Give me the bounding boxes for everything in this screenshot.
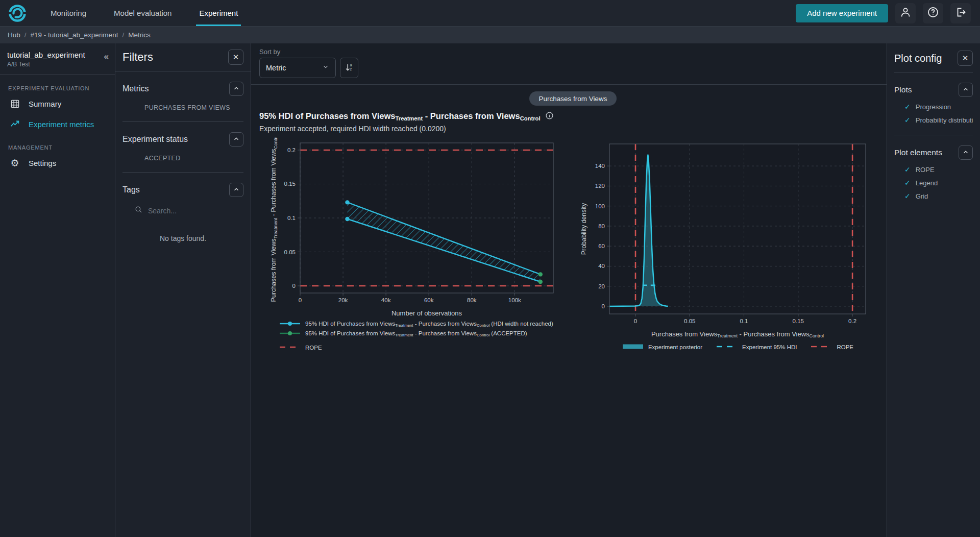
plots-collapse-button[interactable] [959, 83, 973, 97]
breadcrumb-experiment[interactable]: #19 - tutorial_ab_experiment [31, 31, 118, 39]
sort-by-dropdown[interactable]: Metric [259, 58, 336, 78]
toggle-rope[interactable]: ✓ ROPE [894, 163, 973, 176]
svg-text:40: 40 [598, 263, 605, 269]
legend-item: Experiment posterior [622, 343, 702, 351]
sidebar-collapse-icon[interactable]: « [104, 52, 109, 62]
table-icon [9, 99, 20, 109]
metrics-filter-heading: Metrics [122, 84, 149, 93]
question-icon [927, 6, 939, 20]
svg-text:100: 100 [595, 203, 605, 209]
plots-section-heading: Plots [894, 85, 912, 94]
svg-text:80k: 80k [467, 297, 477, 303]
tab-model-evaluation[interactable]: Model evaluation [111, 0, 175, 26]
toggle-label: Probability distribution [916, 116, 973, 124]
logout-icon [954, 6, 967, 20]
svg-text:0.15: 0.15 [284, 181, 296, 187]
progression-plot-area[interactable]: 020k40k60k80k100k00.050.10.150.2Purchase… [266, 137, 561, 308]
breadcrumb-separator: / [122, 31, 124, 39]
toggle-progression[interactable]: ✓ Progression [894, 100, 973, 113]
experiment-status-text: Experiment accepted, required HDI width … [259, 125, 887, 133]
gear-icon: ⚙ [9, 157, 20, 169]
check-icon: ✓ [904, 103, 911, 111]
toggle-label: Legend [916, 179, 938, 187]
main-content: Sort by Metric a [251, 43, 887, 537]
sidebar-item-experiment-metrics[interactable]: Experiment metrics [0, 114, 115, 134]
svg-text:140: 140 [595, 163, 605, 169]
legend-item: 95% HDI of Purchases from ViewsTreatment… [279, 320, 561, 328]
toggle-probability-distribution[interactable]: ✓ Probability distribution [894, 113, 973, 127]
toggle-label: Grid [916, 192, 928, 200]
plot-config-close-button[interactable]: ✕ [958, 51, 973, 66]
tab-experiment[interactable]: Experiment [196, 0, 241, 26]
logout-button[interactable] [950, 3, 971, 23]
posterior-svg: 00.050.10.150.2020406080100120140Probabi… [577, 137, 874, 327]
breadcrumb-hub[interactable]: Hub [8, 31, 20, 39]
metric-filter-item[interactable]: PURCHASES FROM VIEWS [122, 104, 243, 111]
sidebar-item-label: Settings [29, 159, 56, 167]
metric-chip[interactable]: Purchases from Views [529, 91, 616, 106]
svg-text:20k: 20k [338, 297, 348, 303]
toggle-label: Progression [916, 103, 951, 111]
divider [115, 71, 251, 71]
status-filter-item[interactable]: ACCEPTED [122, 155, 243, 162]
filters-close-button[interactable]: ✕ [228, 50, 243, 65]
sidebar-item-label: Experiment metrics [29, 120, 94, 129]
legend-swatch [279, 344, 301, 352]
svg-text:20: 20 [598, 283, 605, 289]
tags-collapse-button[interactable] [229, 183, 243, 197]
toggle-grid[interactable]: ✓ Grid [894, 189, 973, 203]
breadcrumb: Hub / #19 - tutorial_ab_experiment / Met… [0, 27, 980, 43]
svg-text:60: 60 [598, 243, 605, 249]
svg-text:40k: 40k [381, 297, 391, 303]
posterior-xlabel: Purchases from ViewsTreatment - Purchase… [609, 330, 866, 338]
experiment-type: A/B Test [7, 61, 108, 68]
section-heading-management: MANAGEMENT [8, 144, 115, 151]
user-account-button[interactable] [895, 3, 916, 23]
divider [251, 84, 887, 85]
sort-by-value: Metric [266, 64, 286, 72]
user-icon [899, 6, 912, 20]
legend-swatch [810, 343, 832, 351]
svg-text:0.1: 0.1 [740, 318, 748, 324]
info-icon[interactable] [545, 111, 554, 122]
svg-text:Purchases from ViewsTreatment: Purchases from ViewsTreatment - Purchase… [270, 137, 278, 302]
plot-elements-collapse-button[interactable] [959, 145, 973, 160]
legend-swatch [279, 330, 301, 338]
toggle-legend[interactable]: ✓ Legend [894, 176, 973, 189]
posterior-chart[interactable]: 00.050.10.150.2020406080100120140Probabi… [577, 137, 874, 352]
status-collapse-button[interactable] [229, 132, 243, 147]
nav-actions: Add new experiment [796, 0, 980, 26]
divider [0, 75, 115, 75]
add-new-experiment-button[interactable]: Add new experiment [796, 4, 888, 22]
section-heading-evaluation: EXPERIMENT EVALUATION [8, 85, 115, 91]
sidebar-item-summary[interactable]: Summary [0, 93, 115, 114]
filters-panel: Filters ✕ Metrics PURCHASES FROM VIEWS E… [115, 43, 251, 537]
app-logo[interactable] [0, 0, 37, 26]
posterior-legend: Experiment posteriorExperiment 95% HDIRO… [609, 343, 866, 351]
sort-direction-button[interactable]: a z [340, 58, 358, 78]
divider [894, 135, 973, 135]
metric-title: 95% HDI of Purchases from ViewsTreatment… [259, 111, 541, 121]
breadcrumb-metrics[interactable]: Metrics [128, 31, 151, 39]
svg-text:0.15: 0.15 [793, 318, 804, 324]
svg-text:a: a [350, 63, 352, 66]
tab-monitoring[interactable]: Monitoring [47, 0, 89, 26]
metrics-collapse-button[interactable] [229, 82, 243, 96]
svg-text:60k: 60k [424, 297, 434, 303]
svg-text:0: 0 [292, 283, 296, 289]
breadcrumb-separator: / [24, 31, 27, 39]
plot-config-panel: Plot config ✕ Plots ✓ Progression ✓ [887, 43, 980, 537]
progression-svg: 020k40k60k80k100k00.050.10.150.2Purchase… [266, 137, 561, 306]
chevron-up-icon [233, 85, 240, 93]
progression-chart[interactable]: 020k40k60k80k100k00.050.10.150.2Purchase… [266, 137, 561, 352]
tags-search-input[interactable] [148, 207, 235, 215]
progression-legend: 95% HDI of Purchases from ViewsTreatment… [279, 320, 561, 352]
legend-item: Experiment 95% HDI [716, 343, 797, 351]
svg-text:0.2: 0.2 [287, 147, 296, 153]
sidebar: tutorial_ab_experiment « A/B Test EXPERI… [0, 43, 115, 537]
sidebar-item-settings[interactable]: ⚙ Settings [0, 153, 115, 173]
help-button[interactable] [923, 3, 943, 23]
svg-text:0.2: 0.2 [848, 318, 856, 324]
posterior-plot-area[interactable]: 00.050.10.150.2020406080100120140Probabi… [577, 137, 874, 329]
check-icon: ✓ [904, 116, 911, 124]
